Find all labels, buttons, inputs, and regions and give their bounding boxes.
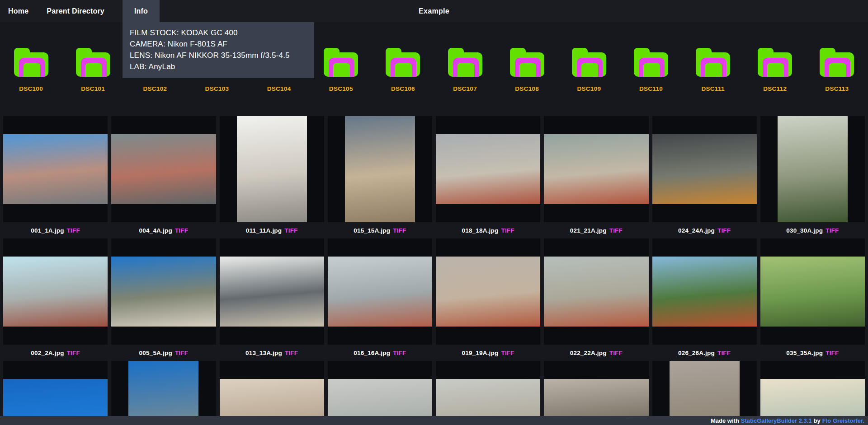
- thumbnail-link[interactable]: [652, 238, 757, 345]
- thumbnail-caption: 001_1A.jpg TIFF: [3, 222, 108, 238]
- tiff-link[interactable]: TIFF: [609, 350, 623, 356]
- photo-thumbnail: [128, 361, 198, 425]
- filename-link[interactable]: 015_15A.jpg: [354, 227, 390, 234]
- thumbnail-caption: 024_24A.jpg TIFF: [652, 222, 757, 238]
- filename-link[interactable]: 026_26A.jpg: [678, 350, 715, 356]
- gallery-cell: [760, 361, 865, 425]
- folder-label: DSC100: [19, 85, 43, 92]
- tiff-link[interactable]: TIFF: [501, 227, 514, 234]
- thumbnail-link[interactable]: [3, 238, 108, 345]
- filename-link[interactable]: 005_5A.jpg: [139, 350, 172, 356]
- thumbnail-link[interactable]: [328, 361, 432, 425]
- thumbnail-caption: 030_30A.jpg TIFF: [760, 222, 865, 238]
- thumbnail-link[interactable]: [220, 361, 324, 425]
- thumbnail-link[interactable]: [652, 116, 757, 222]
- gallery-cell: [544, 361, 648, 425]
- tiff-link[interactable]: TIFF: [717, 350, 731, 356]
- thumbnail-link[interactable]: [436, 116, 540, 222]
- folder-link[interactable]: DSC108: [496, 48, 558, 92]
- gallery-cell: 005_5A.jpg TIFF: [111, 238, 216, 361]
- filename-link[interactable]: 011_11A.jpg: [246, 227, 282, 234]
- tiff-link[interactable]: TIFF: [175, 227, 188, 234]
- folder-icon: [820, 48, 854, 77]
- photo-thumbnail: [436, 134, 540, 204]
- thumbnail-link[interactable]: [544, 116, 648, 222]
- nav-item-parent-directory[interactable]: Parent Directory: [47, 0, 104, 22]
- tiff-link[interactable]: TIFF: [284, 227, 297, 234]
- tiff-link[interactable]: TIFF: [67, 227, 80, 234]
- folder-link[interactable]: DSC109: [558, 48, 620, 92]
- folder-link[interactable]: DSC101: [62, 48, 124, 92]
- gallery-cell: 004_4A.jpg TIFF: [111, 116, 216, 238]
- thumbnail-caption: 021_21A.jpg TIFF: [544, 222, 648, 238]
- gallery-cell: 022_22A.jpg TIFF: [544, 238, 648, 361]
- tiff-link[interactable]: TIFF: [501, 350, 514, 356]
- page-title: Example: [419, 0, 449, 22]
- thumbnail-link[interactable]: [652, 361, 757, 425]
- folder-link[interactable]: DSC100: [0, 48, 62, 92]
- nav-tab-info-label: Info: [134, 7, 148, 15]
- tiff-link[interactable]: TIFF: [285, 350, 298, 356]
- tiff-link[interactable]: TIFF: [175, 350, 188, 356]
- folder-icon: [76, 48, 110, 77]
- filename-link[interactable]: 019_19A.jpg: [462, 350, 498, 356]
- photo-thumbnail: [328, 257, 432, 327]
- filename-link[interactable]: 016_16A.jpg: [354, 350, 390, 356]
- folder-link[interactable]: DSC107: [434, 48, 496, 92]
- thumbnail-link[interactable]: [544, 238, 648, 345]
- nav-tab-info[interactable]: Info FILM STOCK: KODAK GC 400 CAMERA: Ni…: [123, 0, 160, 22]
- thumbnail-link[interactable]: [328, 116, 432, 222]
- thumbnail-link[interactable]: [760, 361, 865, 425]
- thumbnail-link[interactable]: [544, 361, 648, 425]
- thumbnail-link[interactable]: [111, 361, 216, 425]
- photo-thumbnail: [111, 134, 216, 204]
- tiff-link[interactable]: TIFF: [717, 227, 731, 234]
- filename-link[interactable]: 001_1A.jpg: [31, 227, 64, 234]
- folder-icon: [634, 48, 668, 77]
- folder-link[interactable]: DSC112: [744, 48, 806, 92]
- filename-link[interactable]: 022_22A.jpg: [570, 350, 607, 356]
- thumbnail-link[interactable]: [760, 238, 865, 345]
- gallery-cell: 024_24A.jpg TIFF: [652, 116, 757, 238]
- filename-link[interactable]: 030_30A.jpg: [786, 227, 823, 234]
- filename-link[interactable]: 018_18A.jpg: [462, 227, 498, 234]
- tiff-link[interactable]: TIFF: [826, 350, 839, 356]
- footer-builder-link[interactable]: StaticGalleryBuilder 2.3.1: [741, 417, 812, 424]
- tiff-link[interactable]: TIFF: [826, 227, 839, 234]
- thumbnail-link[interactable]: [3, 116, 108, 222]
- filename-link[interactable]: 024_24A.jpg: [678, 227, 715, 234]
- nav-item-home[interactable]: Home: [8, 0, 28, 22]
- thumbnail-link[interactable]: [111, 238, 216, 345]
- thumbnail-caption: 016_16A.jpg TIFF: [328, 345, 432, 361]
- folder-link[interactable]: DSC106: [372, 48, 434, 92]
- photo-thumbnail: [778, 116, 848, 222]
- thumbnail-link[interactable]: [111, 116, 216, 222]
- thumbnail-link[interactable]: [220, 116, 324, 222]
- folder-link[interactable]: DSC113: [806, 48, 868, 92]
- footer-author-link[interactable]: Flo Greistorfer.: [822, 417, 864, 424]
- folder-link[interactable]: DSC110: [620, 48, 682, 92]
- filename-link[interactable]: 021_21A.jpg: [570, 227, 607, 234]
- folder-label: DSC106: [391, 85, 415, 92]
- thumbnail-link[interactable]: [220, 238, 324, 345]
- filename-link[interactable]: 002_2A.jpg: [31, 350, 64, 356]
- filename-link[interactable]: 004_4A.jpg: [139, 227, 172, 234]
- thumbnail-caption: 018_18A.jpg TIFF: [436, 222, 540, 238]
- photo-thumbnail: [3, 257, 108, 327]
- tiff-link[interactable]: TIFF: [609, 227, 623, 234]
- thumbnail-link[interactable]: [328, 238, 432, 345]
- thumbnail-link[interactable]: [760, 116, 865, 222]
- filename-link[interactable]: 013_13A.jpg: [245, 350, 282, 356]
- tiff-link[interactable]: TIFF: [393, 227, 406, 234]
- filename-link[interactable]: 035_35A.jpg: [786, 350, 823, 356]
- folder-label: DSC102: [143, 85, 167, 92]
- folder-link[interactable]: DSC105: [310, 48, 372, 92]
- folder-link[interactable]: DSC111: [682, 48, 744, 92]
- gallery-cell: 021_21A.jpg TIFF: [544, 116, 648, 238]
- tiff-link[interactable]: TIFF: [393, 350, 406, 356]
- thumbnail-link[interactable]: [436, 238, 540, 345]
- thumbnail-link[interactable]: [436, 361, 540, 425]
- thumbnail-caption: 013_13A.jpg TIFF: [220, 345, 324, 361]
- tiff-link[interactable]: TIFF: [67, 350, 80, 356]
- thumbnail-link[interactable]: [3, 361, 108, 425]
